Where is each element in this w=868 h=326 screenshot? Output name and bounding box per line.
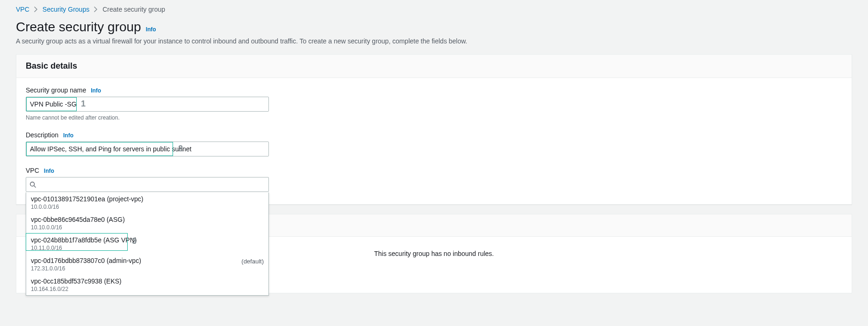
- description-info-link[interactable]: Info: [63, 132, 73, 139]
- vpc-option[interactable]: vpc-024b8bb1f7a8fdb5e (ASG VPN) 10.11.0.…: [26, 234, 268, 254]
- chevron-right-icon: [94, 7, 98, 12]
- breadcrumb-vpc[interactable]: VPC: [16, 6, 29, 13]
- vpc-option-primary: vpc-0cc185bdf537c9938 (EKS): [31, 277, 264, 285]
- sg-name-help: Name cannot be edited after creation.: [26, 114, 842, 121]
- field-vpc: VPC Info vpc-010138917521901ea (pr: [26, 167, 842, 192]
- vpc-option-secondary: 10.164.16.0/22: [31, 286, 264, 292]
- page-subtitle: A security group acts as a virtual firew…: [16, 37, 852, 45]
- field-security-group-name: Security group name Info 1 Name cannot b…: [26, 86, 842, 121]
- vpc-search-input[interactable]: [26, 177, 269, 192]
- sg-name-label: Security group name: [26, 86, 86, 94]
- vpc-option-secondary: 10.11.0.0/16: [31, 245, 264, 251]
- breadcrumb-security-groups[interactable]: Security Groups: [43, 6, 89, 13]
- sg-name-info-link[interactable]: Info: [91, 87, 101, 94]
- sg-name-input[interactable]: [26, 97, 269, 112]
- vpc-info-link[interactable]: Info: [44, 168, 54, 174]
- basic-details-card: Basic details Security group name Info 1…: [16, 54, 852, 205]
- chevron-right-icon: [34, 7, 38, 12]
- svg-line-1: [34, 186, 36, 188]
- vpc-option-primary: vpc-010138917521901ea (project-vpc): [31, 195, 264, 203]
- page-info-link[interactable]: Info: [146, 26, 156, 33]
- vpc-option[interactable]: vpc-0bbe86c9645da78e0 (ASG) 10.10.0.0/16: [26, 213, 268, 234]
- description-label: Description: [26, 131, 58, 139]
- vpc-option-primary: vpc-024b8bb1f7a8fdb5e (ASG VPN): [31, 236, 264, 244]
- breadcrumb: VPC Security Groups Create security grou…: [16, 2, 852, 20]
- vpc-option[interactable]: vpc-010138917521901ea (project-vpc) 10.0…: [26, 192, 268, 213]
- vpc-option-primary: vpc-0bbe86c9645da78e0 (ASG): [31, 216, 264, 223]
- field-description: Description Info 2: [26, 131, 842, 156]
- vpc-label: VPC: [26, 167, 39, 174]
- vpc-option-secondary: 10.10.0.0/16: [31, 224, 264, 231]
- vpc-option-flag: (default): [241, 258, 264, 265]
- vpc-option-secondary: 10.0.0.0/16: [31, 204, 264, 210]
- vpc-option-secondary: 172.31.0.0/16: [31, 265, 264, 272]
- basic-details-header: Basic details: [16, 55, 852, 78]
- search-icon: [29, 181, 36, 188]
- breadcrumb-current: Create security group: [102, 6, 165, 13]
- vpc-option-primary: vpc-0d176bdbb873807c0 (admin-vpc): [31, 257, 264, 264]
- vpc-dropdown: vpc-010138917521901ea (project-vpc) 10.0…: [26, 192, 269, 296]
- vpc-option[interactable]: vpc-0d176bdbb873807c0 (admin-vpc) 172.31…: [26, 254, 268, 275]
- vpc-option[interactable]: vpc-0cc185bdf537c9938 (EKS) 10.164.16.0/…: [26, 275, 268, 295]
- description-input[interactable]: [26, 142, 269, 156]
- page-title: Create security group: [16, 20, 141, 35]
